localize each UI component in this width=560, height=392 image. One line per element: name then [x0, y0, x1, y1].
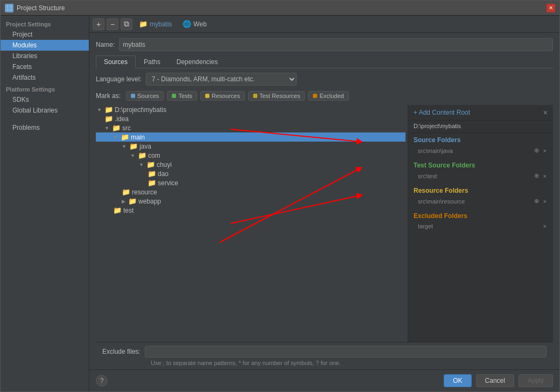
tree-src-folder[interactable]: ▼ 📁 src	[96, 123, 405, 132]
source-folder-remove-button[interactable]: ×	[542, 147, 548, 154]
sidebar-item-modules[interactable]: Modules	[1, 40, 89, 51]
test-folder-remove-button[interactable]: ×	[542, 172, 548, 179]
excluded-folder-actions: ×	[542, 223, 548, 229]
test-folder-edit-button[interactable]: ⊕	[533, 172, 540, 179]
resource-folder-actions: ⊕ ×	[533, 198, 548, 205]
right-panel-header: + Add Content Root ×	[408, 105, 553, 121]
main-folder-icon: 📁	[121, 133, 129, 141]
src-folder-icon: 📁	[112, 124, 121, 132]
tests-icon	[172, 94, 176, 98]
sidebar-item-global-libraries[interactable]: Global Libraries	[1, 105, 89, 116]
tree-com-folder[interactable]: ▼ 📁 com	[96, 151, 405, 160]
top-toolbar: + − ⧉ 📁 mybatis 🌐 Web	[89, 16, 559, 33]
tree-service-folder[interactable]: 📁 service	[96, 178, 405, 187]
idea-folder-icon: 📁	[104, 115, 113, 123]
tree-webapp-folder[interactable]: ▶ 📁 webapp	[96, 197, 405, 206]
add-content-root-button[interactable]: + Add Content Root	[414, 109, 470, 116]
language-level-label: Language level:	[96, 75, 142, 83]
excluded-folders-section: Excluded Folders target ×	[408, 209, 553, 234]
main-area: Project Settings Project Modules Librari…	[1, 16, 559, 391]
source-folder-actions: ⊕ ×	[533, 147, 548, 154]
resource-folder-edit-button[interactable]: ⊕	[533, 198, 540, 205]
excluded-folders-title: Excluded Folders	[414, 212, 548, 220]
split-pane-wrapper: ▼ 📁 D:\project\mybatis 📁 .idea	[96, 105, 553, 342]
test-source-folders-title: Test Source Folders	[414, 162, 548, 169]
sidebar-item-problems[interactable]: Problems	[1, 122, 89, 133]
tab-sources[interactable]: Sources	[96, 55, 136, 68]
language-level-row: Language level: 7 - Diamonds, ARM, multi…	[96, 73, 553, 86]
window-title: Project Structure	[17, 4, 543, 12]
right-panel: + Add Content Root × D:\project\mybatis …	[408, 105, 553, 342]
sidebar-item-libraries[interactable]: Libraries	[1, 51, 89, 61]
mark-test-resources-button[interactable]: Test Resources	[248, 91, 305, 101]
tree-main-folder[interactable]: ▼ 📁 main	[96, 132, 405, 142]
webapp-expand-icon: ▶	[122, 199, 125, 204]
resource-folders-section: Resource Folders src\main\resource ⊕ ×	[408, 184, 553, 209]
test-folder-actions: ⊕ ×	[533, 172, 548, 179]
excluded-folder-remove-button[interactable]: ×	[542, 223, 548, 229]
chuyi-folder-icon: 📁	[146, 160, 155, 169]
sidebar-item-project[interactable]: Project	[1, 29, 89, 40]
tree-dao-folder[interactable]: 📁 dao	[96, 169, 405, 178]
split-pane: ▼ 📁 D:\project\mybatis 📁 .idea	[96, 105, 553, 342]
mark-tests-button[interactable]: Tests	[167, 91, 197, 101]
webapp-folder-icon: 📁	[128, 197, 137, 205]
platform-settings-section: Platform Settings	[1, 83, 89, 94]
help-button[interactable]: ?	[96, 375, 108, 387]
sidebar: Project Settings Project Modules Librari…	[1, 16, 89, 391]
test-folder-icon: 📁	[113, 206, 122, 214]
expand-icon: ▼	[97, 107, 102, 113]
tree-chuyi-folder[interactable]: ▼ 📁 chuyi	[96, 160, 405, 169]
source-folder-entry-0: src\main\java ⊕ ×	[414, 146, 548, 155]
add-module-button[interactable]: +	[93, 18, 104, 30]
resource-folder-remove-button[interactable]: ×	[542, 198, 548, 205]
resource-folder-icon: 📁	[122, 188, 130, 196]
close-button[interactable]: ✕	[547, 4, 555, 12]
source-folder-edit-button[interactable]: ⊕	[533, 147, 540, 154]
mark-sources-button[interactable]: Sources	[126, 91, 164, 101]
apply-button[interactable]: Apply	[519, 374, 553, 387]
tree-test-folder[interactable]: 📁 test	[96, 206, 405, 215]
tabs-row: Sources Paths Dependencies	[96, 55, 553, 68]
name-input[interactable]	[119, 38, 553, 51]
sidebar-item-artifacts[interactable]: Artifacts	[1, 72, 89, 83]
tab-paths[interactable]: Paths	[136, 55, 169, 68]
name-label: Name:	[96, 41, 115, 48]
svg-rect-2	[6, 9, 9, 11]
tree-java-folder[interactable]: ▼ 📁 java	[96, 142, 405, 151]
window-controls: ✕	[547, 4, 555, 12]
test-folder-entry-0: src\test ⊕ ×	[414, 171, 548, 180]
tab-dependencies[interactable]: Dependencies	[169, 55, 226, 68]
ok-button[interactable]: OK	[444, 374, 471, 387]
remove-module-button[interactable]: −	[107, 18, 118, 30]
tree-root[interactable]: ▼ 📁 D:\project\mybatis	[96, 105, 405, 114]
test-resources-icon	[253, 94, 257, 98]
tree-idea-folder[interactable]: 📁 .idea	[96, 114, 405, 123]
content-area: + − ⧉ 📁 mybatis 🌐 Web	[89, 16, 559, 391]
exclude-files-area: Exclude files: Use ; to separate name pa…	[96, 342, 553, 369]
mark-resources-button[interactable]: Resources	[200, 91, 245, 101]
source-folders-section: Source Folders src\main\java ⊕ ×	[408, 133, 553, 158]
right-panel-close-button[interactable]: ×	[543, 108, 548, 117]
excluded-icon	[313, 94, 317, 98]
exclude-files-hint: Use ; to separate name patterns, * for a…	[102, 360, 547, 366]
copy-module-button[interactable]: ⧉	[121, 18, 132, 30]
mark-as-row: Mark as: Sources Tests Resources	[96, 91, 553, 101]
tree-resource-folder[interactable]: 📁 resource	[96, 187, 405, 197]
java-folder-icon: 📁	[129, 142, 138, 150]
language-level-select[interactable]: 7 - Diamonds, ARM, multi-catch etc.	[146, 73, 297, 86]
module-mybatis-item[interactable]: 📁 mybatis	[135, 19, 176, 29]
cancel-button[interactable]: Cancel	[476, 374, 514, 387]
sidebar-item-facets[interactable]: Facets	[1, 61, 89, 72]
com-expand-icon: ▼	[130, 153, 135, 158]
resource-folder-entry-0: src\main\resource ⊕ ×	[414, 197, 548, 206]
svg-rect-0	[6, 5, 9, 8]
project-structure-window: Project Structure ✕ Project Settings Pro…	[0, 0, 560, 392]
mark-excluded-button[interactable]: Excluded	[308, 91, 348, 101]
exclude-files-input[interactable]	[145, 346, 547, 358]
root-folder-icon: 📁	[104, 106, 113, 114]
com-folder-icon: 📁	[138, 151, 146, 159]
sidebar-item-sdks[interactable]: SDKs	[1, 94, 89, 105]
service-folder-icon: 📁	[148, 179, 156, 187]
module-web-item[interactable]: 🌐 Web	[178, 19, 211, 29]
